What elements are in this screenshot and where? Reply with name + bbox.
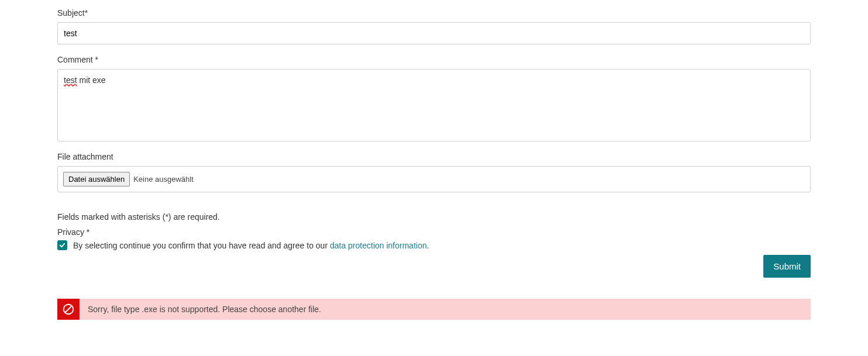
required-fields-note: Fields marked with asterisks (*) are req… [57, 212, 811, 222]
privacy-text-before: By selecting continue you confirm that y… [73, 241, 330, 250]
file-status-text: Keine ausgewählt [133, 175, 194, 184]
subject-input[interactable] [57, 22, 811, 44]
privacy-consent-text: By selecting continue you confirm that y… [73, 241, 429, 250]
svg-line-1 [66, 306, 72, 313]
file-input-wrap[interactable]: Datei auswählen Keine ausgewählt [57, 166, 811, 192]
check-icon [59, 242, 66, 248]
subject-field: Subject* [57, 8, 811, 44]
privacy-link[interactable]: data protection information [330, 241, 427, 250]
privacy-label: Privacy * [57, 227, 811, 237]
alert-icon-box [57, 299, 80, 320]
submit-button[interactable]: Submit [763, 255, 811, 278]
prohibited-icon [62, 303, 75, 316]
error-alert: Sorry, file type .exe is not supported. … [57, 299, 811, 320]
file-field: File attachment Datei auswählen Keine au… [57, 152, 811, 192]
subject-label: Subject* [57, 8, 811, 18]
file-label: File attachment [57, 152, 811, 161]
alert-message: Sorry, file type .exe is not supported. … [80, 299, 329, 320]
privacy-text-after: . [427, 241, 429, 250]
file-choose-button[interactable]: Datei auswählen [63, 172, 130, 186]
comment-field: Comment * test mit exe [57, 55, 811, 141]
comment-value-word1: test [64, 75, 77, 85]
submit-row: Submit [57, 255, 811, 278]
privacy-checkbox[interactable] [57, 240, 67, 250]
comment-label: Comment * [57, 55, 811, 64]
privacy-row: By selecting continue you confirm that y… [57, 240, 811, 250]
form-container: Subject* Comment * test mit exe File att… [0, 0, 868, 343]
comment-value-rest: mit exe [77, 75, 106, 85]
comment-textarea[interactable]: test mit exe [57, 69, 811, 141]
